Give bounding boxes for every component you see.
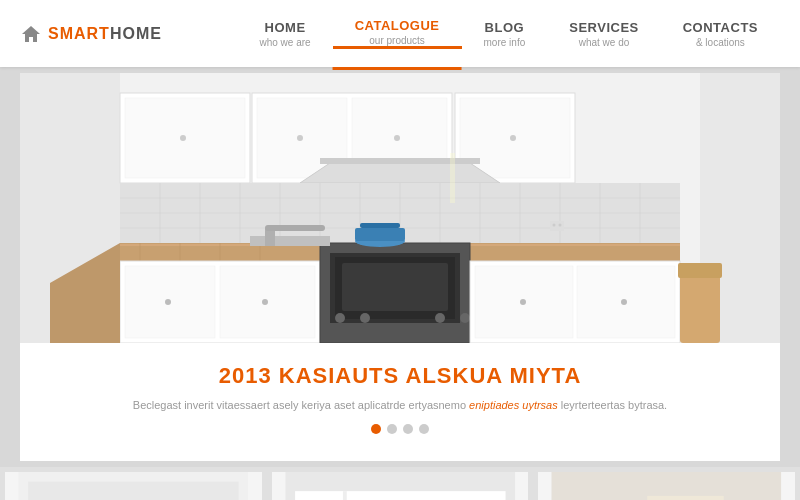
page: SMARTHOME HOME who we are CATALOGUE our …: [0, 0, 800, 500]
svg-marker-13: [300, 163, 500, 183]
header: SMARTHOME HOME who we are CATALOGUE our …: [0, 0, 800, 67]
svg-rect-69: [355, 228, 405, 241]
hero-image: [20, 73, 780, 343]
slide-description: Beclegast inverit vitaessaert asely keri…: [50, 397, 750, 414]
main-nav: HOME who we are CATALOGUE our products B…: [237, 18, 780, 49]
nav-item-contacts[interactable]: CONTACTS & locations: [661, 20, 780, 48]
slide-dot-3[interactable]: [403, 424, 413, 434]
svg-point-52: [460, 313, 470, 323]
svg-rect-79: [295, 491, 505, 500]
bottom-panel-1: [5, 472, 262, 501]
svg-rect-85: [648, 495, 725, 500]
kitchen-illustration: [20, 73, 780, 343]
nav-item-home[interactable]: HOME who we are: [237, 20, 332, 48]
svg-point-66: [553, 224, 556, 227]
svg-point-12: [510, 135, 516, 141]
logo[interactable]: SMARTHOME: [20, 24, 162, 44]
nav-item-services[interactable]: SERVICES what we do: [547, 20, 661, 48]
home-icon: [20, 24, 42, 44]
bottom-image-1: [5, 472, 262, 501]
svg-point-49: [335, 313, 345, 323]
bottom-panel-2: [272, 472, 529, 501]
nav-item-blog[interactable]: BLOG more info: [462, 20, 548, 48]
bottom-panel-3: [538, 472, 795, 501]
brand-name: SMARTHOME: [48, 25, 162, 43]
svg-point-57: [621, 299, 627, 305]
svg-point-50: [360, 313, 370, 323]
bottom-section: [0, 467, 800, 501]
slide-dot-1[interactable]: [371, 424, 381, 434]
slide-desc-after: leyrterteertas bytrasa.: [558, 399, 667, 411]
svg-point-43: [165, 299, 171, 305]
content-area: 2013 KASIAUTS ALSKUA MIYTA Beclegast inv…: [0, 67, 800, 467]
slide-dots: [50, 414, 750, 446]
svg-rect-58: [250, 236, 330, 246]
svg-rect-63: [680, 273, 720, 343]
svg-point-9: [394, 135, 400, 141]
svg-point-4: [180, 135, 186, 141]
slide-dot-2[interactable]: [387, 424, 397, 434]
svg-rect-14: [320, 158, 480, 164]
svg-rect-71: [450, 153, 455, 203]
svg-rect-80: [343, 491, 347, 500]
svg-point-44: [262, 299, 268, 305]
svg-rect-60: [265, 225, 325, 231]
svg-rect-65: [550, 221, 564, 231]
slide-desc-before: Beclegast inverit vitaessaert asely keri…: [133, 399, 469, 411]
slide-dot-4[interactable]: [419, 424, 429, 434]
main-card: 2013 KASIAUTS ALSKUA MIYTA Beclegast inv…: [20, 73, 780, 461]
slide-content: 2013 KASIAUTS ALSKUA MIYTA Beclegast inv…: [20, 343, 780, 461]
bottom-image-3: [538, 472, 795, 501]
svg-point-67: [559, 224, 562, 227]
svg-point-8: [297, 135, 303, 141]
slide-highlight: eniptiades uytrsas: [469, 399, 558, 411]
svg-rect-73: [28, 481, 238, 500]
nav-item-catalogue[interactable]: CATALOGUE our products: [333, 18, 462, 49]
svg-rect-64: [678, 263, 722, 278]
svg-point-51: [435, 313, 445, 323]
svg-rect-48: [342, 263, 448, 311]
svg-point-56: [520, 299, 526, 305]
bottom-image-2: [272, 472, 529, 501]
svg-rect-70: [360, 223, 400, 228]
slide-title: 2013 KASIAUTS ALSKUA MIYTA: [50, 363, 750, 389]
